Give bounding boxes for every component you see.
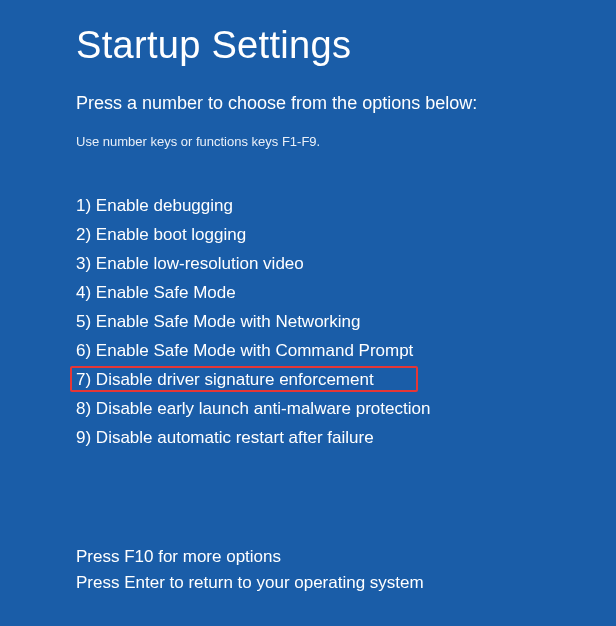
- option-enable-safe-mode-command-prompt[interactable]: 6) Enable Safe Mode with Command Prompt: [76, 336, 616, 365]
- option-enable-boot-logging[interactable]: 2) Enable boot logging: [76, 220, 616, 249]
- option-number: 8): [76, 400, 91, 417]
- option-label: Enable low-resolution video: [96, 254, 304, 273]
- option-disable-automatic-restart[interactable]: 9) Disable automatic restart after failu…: [76, 423, 616, 452]
- option-disable-early-launch-antimalware[interactable]: 8) Disable early launch anti-malware pro…: [76, 394, 616, 423]
- option-label: Enable Safe Mode: [96, 283, 236, 302]
- footer-return-to-os: Press Enter to return to your operating …: [76, 570, 616, 596]
- option-number: 6): [76, 342, 91, 359]
- option-enable-safe-mode[interactable]: 4) Enable Safe Mode: [76, 278, 616, 307]
- footer-instructions: Press F10 for more options Press Enter t…: [76, 544, 616, 597]
- option-label: Enable boot logging: [96, 225, 246, 244]
- option-number: 5): [76, 313, 91, 330]
- option-number: 3): [76, 255, 91, 272]
- key-instruction: Use number keys or functions keys F1-F9.: [76, 134, 616, 149]
- option-number: 4): [76, 284, 91, 301]
- option-label: Enable debugging: [96, 196, 233, 215]
- option-disable-driver-signature-enforcement[interactable]: 7) Disable driver signature enforcement: [76, 365, 616, 394]
- footer-more-options: Press F10 for more options: [76, 544, 616, 570]
- option-number: 9): [76, 429, 91, 446]
- option-label: Disable automatic restart after failure: [96, 428, 374, 447]
- option-number: 1): [76, 197, 91, 214]
- page-title: Startup Settings: [76, 24, 616, 67]
- startup-options-list: 1) Enable debugging 2) Enable boot loggi…: [76, 191, 616, 452]
- option-label: Disable early launch anti-malware protec…: [96, 399, 431, 418]
- option-number: 7): [76, 371, 91, 388]
- option-enable-low-resolution-video[interactable]: 3) Enable low-resolution video: [76, 249, 616, 278]
- option-label: Enable Safe Mode with Networking: [96, 312, 361, 331]
- option-label: Disable driver signature enforcement: [96, 370, 374, 389]
- option-label: Enable Safe Mode with Command Prompt: [96, 341, 414, 360]
- option-enable-debugging[interactable]: 1) Enable debugging: [76, 191, 616, 220]
- option-enable-safe-mode-networking[interactable]: 5) Enable Safe Mode with Networking: [76, 307, 616, 336]
- option-number: 2): [76, 226, 91, 243]
- subtitle: Press a number to choose from the option…: [76, 93, 616, 114]
